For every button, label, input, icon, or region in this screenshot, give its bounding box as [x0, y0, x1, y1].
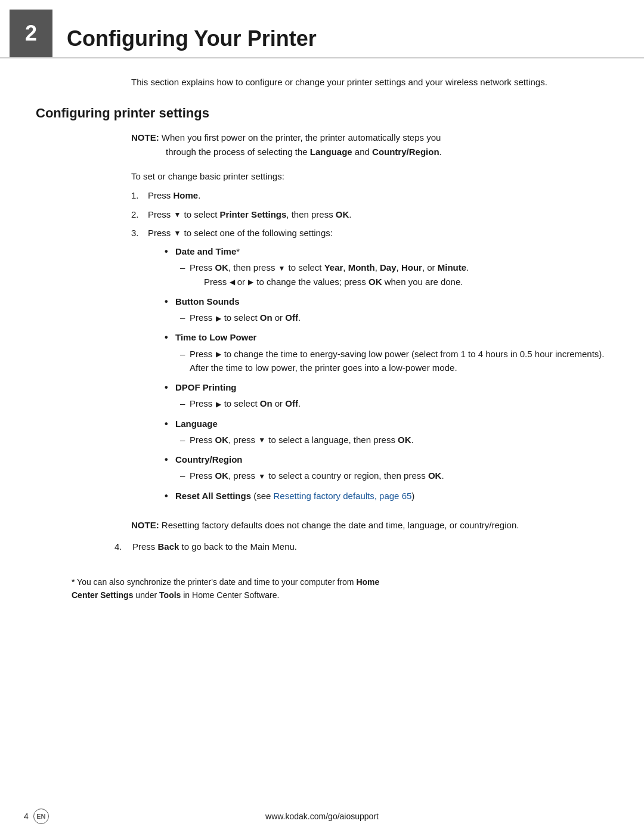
- setting-date-time: Date and Time* Press OK, then press ▼ to…: [165, 244, 608, 289]
- country-sublist: Press OK, press ▼ to select a country or…: [180, 469, 608, 482]
- lang-arrow: ▼: [258, 435, 265, 446]
- note2-text: Resetting factory defaults does not chan…: [159, 520, 519, 530]
- language-sublist: Press OK, press ▼ to select a language, …: [180, 433, 608, 447]
- footnote-text: * You can also synchronize the printer's…: [72, 575, 608, 602]
- note1-indent: through the process of selecting the Lan…: [166, 145, 608, 159]
- note1-text: When you first power on the printer, the…: [159, 132, 441, 143]
- dpof-sublist: Press ▶ to select On or Off.: [180, 397, 608, 410]
- setting-reset-all: Reset All Settings (see Resetting factor…: [165, 489, 608, 503]
- step2-num: 2.: [131, 208, 148, 221]
- step3-num: 3.: [131, 226, 148, 240]
- step-2: 2. Press ▼ to select Printer Settings, t…: [131, 208, 608, 221]
- chapter-number: 2: [10, 10, 52, 57]
- button-sounds-sublist: Press ▶ to select On or Off.: [180, 311, 608, 324]
- setting-dpof-label: DPOF Printing: [175, 382, 237, 392]
- setting-dpof-printing: DPOF Printing Press ▶ to select On or Of…: [165, 380, 608, 411]
- step-3: 3. Press ▼ to select one of the followin…: [131, 226, 608, 509]
- content-area: This section explains how to configure o…: [0, 75, 644, 602]
- setting-country-region: Country/Region Press OK, press ▼ to sele…: [165, 453, 608, 483]
- intro-text: This section explains how to configure o…: [131, 75, 608, 89]
- step1-content: Press Home.: [148, 188, 608, 202]
- section-heading: Configuring printer settings: [36, 106, 608, 121]
- footer-page-number: 4: [24, 812, 29, 821]
- chapter-header: 2 Configuring Your Printer: [0, 0, 644, 58]
- footer-left: 4 EN: [24, 809, 49, 824]
- country-sub1: Press OK, press ▼ to select a country or…: [180, 469, 608, 482]
- setting-language-label: Language: [175, 419, 218, 429]
- date-time-sub1: Press OK, then press ▼ to select Year, M…: [180, 261, 608, 289]
- tlp-arrow: ▶: [216, 349, 221, 360]
- footnote-tools: Tools: [159, 590, 181, 600]
- note2-label: NOTE:: [131, 520, 159, 530]
- step-4-row: 4. Press Back to go back to the Main Men…: [114, 541, 608, 552]
- setting-button-sounds-label: Button Sounds: [175, 296, 239, 306]
- bs-arrow: ▶: [216, 313, 221, 324]
- language-sub1: Press OK, press ▼ to select a language, …: [180, 433, 608, 447]
- footer-url: www.kodak.com/go/aiosupport: [265, 812, 379, 821]
- step1-home: Home: [174, 190, 199, 200]
- note1-period: .: [439, 147, 442, 157]
- dt-arrow: ▼: [278, 263, 286, 274]
- step2-content: Press ▼ to select Printer Settings, then…: [148, 208, 608, 221]
- right-arrow: ▶: [248, 277, 253, 288]
- country-arrow: ▼: [258, 471, 265, 482]
- setting-button-sounds: Button Sounds Press ▶ to select On or Of…: [165, 295, 608, 325]
- step4-content: Press Back to go back to the Main Menu.: [132, 541, 297, 552]
- setting-language: Language Press OK, press ▼ to select a l…: [165, 417, 608, 447]
- footnote-home: Home: [356, 577, 379, 587]
- setting-time-low-power: Time to Low Power Press ▶ to change the …: [165, 330, 608, 374]
- chapter-title: Configuring Your Printer: [52, 14, 335, 57]
- setting-country-label: Country/Region: [175, 454, 243, 465]
- footer-en-badge: EN: [33, 809, 49, 824]
- dpof-sub1: Press ▶ to select On or Off.: [180, 397, 608, 410]
- note2-block: NOTE: Resetting factory defaults does no…: [131, 518, 608, 532]
- settings-list: Date and Time* Press OK, then press ▼ to…: [165, 244, 608, 503]
- step2-ps: Printer Settings: [220, 209, 287, 219]
- steps-intro: To set or change basic printer settings:: [131, 171, 608, 181]
- note1-indent-text: through the process of selecting the: [166, 147, 310, 157]
- step2-ok: OK: [336, 209, 349, 219]
- step3-arrow-down: ▼: [174, 228, 181, 239]
- step-1: 1. Press Home.: [131, 188, 608, 202]
- step3-content: Press ▼ to select one of the following s…: [148, 226, 608, 509]
- note1-and: and: [352, 147, 372, 157]
- step2-arrow-down: ▼: [174, 209, 181, 221]
- setting-reset-label: Reset All Settings: [175, 491, 251, 501]
- numbered-list: 1. Press Home. 2. Press ▼ to select Prin…: [131, 188, 608, 509]
- reset-link[interactable]: Resetting factory defaults, page 65: [274, 491, 412, 501]
- step4-back: Back: [158, 541, 179, 552]
- dpof-arrow: ▶: [216, 399, 221, 410]
- step1-num: 1.: [131, 188, 148, 202]
- footnote: * You can also synchronize the printer's…: [72, 575, 608, 602]
- button-sounds-sub1: Press ▶ to select On or Off.: [180, 311, 608, 324]
- left-arrow: ◀: [230, 277, 235, 288]
- note1-block: NOTE: When you first power on the printe…: [131, 131, 608, 159]
- setting-time-low-power-label: Time to Low Power: [175, 332, 256, 342]
- note1-country: Country/Region: [372, 147, 439, 157]
- time-low-power-sub1: Press ▶ to change the time to energy-sav…: [180, 347, 608, 375]
- note1-label: NOTE:: [131, 132, 159, 143]
- step4-num: 4.: [114, 541, 132, 552]
- page-container: 2 Configuring Your Printer This section …: [0, 0, 644, 833]
- note1-language: Language: [310, 147, 352, 157]
- time-low-power-sublist: Press ▶ to change the time to energy-sav…: [180, 347, 608, 375]
- date-time-sublist: Press OK, then press ▼ to select Year, M…: [180, 261, 608, 289]
- footer: 4 EN www.kodak.com/go/aiosupport: [0, 812, 644, 821]
- setting-date-time-label: Date and Time: [175, 246, 236, 256]
- footnote-center: Center Settings: [72, 590, 133, 600]
- date-time-sub2: Press ◀ or ▶ to change the values; press…: [204, 275, 608, 289]
